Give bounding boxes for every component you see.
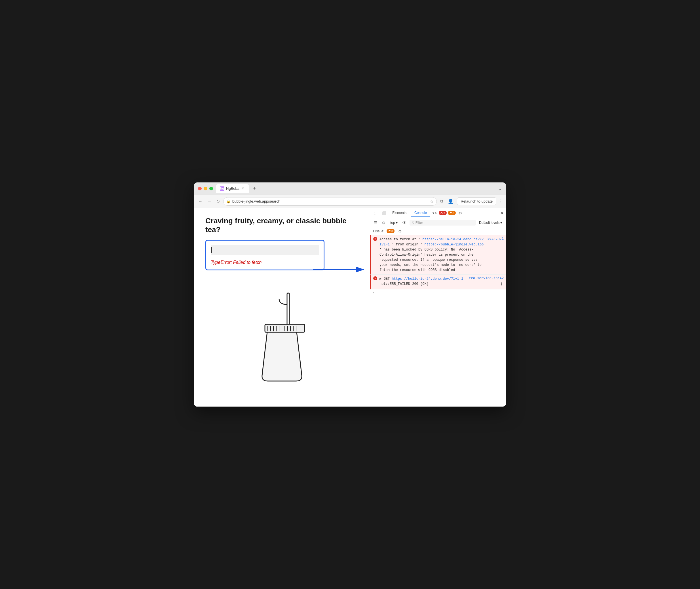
title-bar: Ng NgBoba ✕ + ⌄ [194,182,506,195]
issues-warning-icon: ⚑ [388,229,391,233]
boba-illustration [205,287,359,384]
new-tab-button[interactable]: + [251,185,258,192]
cors-error-text: Access to fetch at ' https://hello-io-24… [380,237,487,273]
warning-count: 8 [453,211,454,215]
issues-settings-icon[interactable]: ⚙ [397,228,403,234]
context-selector[interactable]: top ▾ [389,220,399,226]
warning-icon: ⚑ [449,211,452,215]
expand-caret[interactable]: ▶ [380,276,382,281]
devtools-toolbar: ⬚ ⬜ Elements Console >> ✕ 2 ⚑ 8 ⚙ ⋮ ✕ [370,208,506,218]
forward-button[interactable]: → [206,198,213,205]
back-button[interactable]: ← [197,198,204,205]
window-chevron[interactable]: ⌄ [498,186,502,192]
get-error-text: ▶ GET https://hello-io-24.deno.dev/?lvl=… [380,276,469,286]
get-entry-row: ✕ ▶ GET https://hello-io-24.deno.dev/?lv… [373,276,504,287]
close-button[interactable] [198,187,202,190]
filter-input[interactable]: ▽ Filter [410,220,476,226]
boba-cup-svg [254,287,310,384]
cors-entry-row: ✕ Access to fetch at ' https://hello-io-… [373,237,504,273]
log-level-dropdown[interactable]: Default levels ▾ [477,220,504,225]
console-expand-row: › [370,289,506,296]
cors-origin[interactable]: https://bubble-jingle.web.app [424,243,484,246]
console-entry-cors: ✕ Access to fetch at ' https://hello-io-… [370,235,506,275]
chevron-down-icon-levels: ▾ [500,221,502,225]
devtools-second-bar: ☰ ⊘ top ▾ 👁 ▽ Filter Default levels ▾ [370,218,506,227]
sidebar-icon[interactable]: ☰ [373,220,379,226]
error-count: 2 [443,211,445,215]
console-caret[interactable]: › [373,290,375,295]
issues-label: 1 Issue: [373,229,384,233]
browser-window: Ng NgBoba ✕ + ⌄ ← → ↻ 🔒 bubble-jingle.we… [194,182,506,407]
extensions-icon[interactable]: ⧉ [439,198,444,205]
toolbar-icons: ⧉ 👤 Relaunch to update ⋮ [439,197,503,205]
get-info-icon[interactable]: ℹ [499,281,504,287]
cors-file-ref[interactable]: search:1 [487,237,504,241]
traffic-lights [198,187,213,190]
devtools-close-button[interactable]: ✕ [500,210,504,216]
issues-bar: 1 Issue: ⚑ 8 ⚙ [370,227,506,235]
tab-close-button[interactable]: ✕ [241,187,245,191]
console-output: ✕ Access to fetch at ' https://hello-io-… [370,235,506,407]
error-count-badge[interactable]: ✕ 2 [439,211,446,215]
maximize-button[interactable] [209,187,213,190]
issues-count: 8 [392,229,393,233]
devtools-panel: ⬚ ⬜ Elements Console >> ✕ 2 ⚑ 8 ⚙ ⋮ ✕ [370,208,506,407]
more-tabs-button[interactable]: >> [431,210,438,216]
warning-count-badge[interactable]: ⚑ 8 [448,211,456,215]
lock-icon: 🔒 [226,199,231,203]
inspect-element-icon[interactable]: ⬚ [373,210,379,216]
error-message: TypeError: Failed to fetch [211,260,319,265]
error-icon-2: ✕ [373,276,377,280]
no-icon[interactable]: ⊘ [381,220,387,226]
tab-title: NgBoba [226,186,239,191]
overflow-menu-icon[interactable]: ⋮ [499,199,503,204]
filter-label: Filter [416,221,423,225]
get-url[interactable]: https://hello-io-24.deno.dev/?lvl=1 [392,277,463,281]
cursor [211,247,212,253]
issues-badge[interactable]: ⚑ 8 [387,229,395,233]
page-heading: Craving fruity, creamy, or classic bubbl… [205,216,359,234]
address-bar: ← → ↻ 🔒 bubble-jingle.web.app/search ☆ ⧉… [194,195,506,208]
active-tab[interactable]: Ng NgBoba ✕ [216,184,249,193]
levels-label: Default levels [479,221,499,225]
filter-icon: ▽ [412,221,414,225]
console-entry-get: ✕ ▶ GET https://hello-io-24.deno.dev/?lv… [370,275,506,289]
tab-area: Ng NgBoba ✕ + [216,184,495,193]
eye-icon[interactable]: 👁 [401,220,408,226]
search-input[interactable] [211,245,319,255]
error-icon-1: ✕ [373,237,377,241]
context-label: top [390,221,395,225]
page-content: Craving fruity, creamy, or classic bubbl… [194,208,370,407]
get-file-ref[interactable]: tea.service.ts:42 [469,276,504,280]
minimize-button[interactable] [204,187,207,190]
profile-icon[interactable]: 👤 [447,197,455,205]
address-text: bubble-jingle.web.app/search [232,199,428,203]
devtools-more-icon[interactable]: ⋮ [465,210,471,216]
tab-elements[interactable]: Elements [389,209,410,217]
address-field[interactable]: 🔒 bubble-jingle.web.app/search ☆ [223,197,437,206]
main-content: Craving fruity, creamy, or classic bubbl… [194,208,506,407]
relaunch-button[interactable]: Relaunch to update [457,197,496,205]
device-toolbar-icon[interactable]: ⬜ [380,210,388,216]
chevron-down-icon: ▾ [396,221,398,225]
refresh-button[interactable]: ↻ [215,197,221,205]
tab-favicon: Ng [220,186,224,191]
bookmark-icon[interactable]: ☆ [430,199,434,204]
settings-icon[interactable]: ⚙ [457,210,463,216]
arrow-annotation [313,262,376,276]
error-icon-x: ✕ [440,211,443,215]
tab-console[interactable]: Console [411,209,430,217]
search-box-container: TypeError: Failed to fetch [205,240,324,270]
